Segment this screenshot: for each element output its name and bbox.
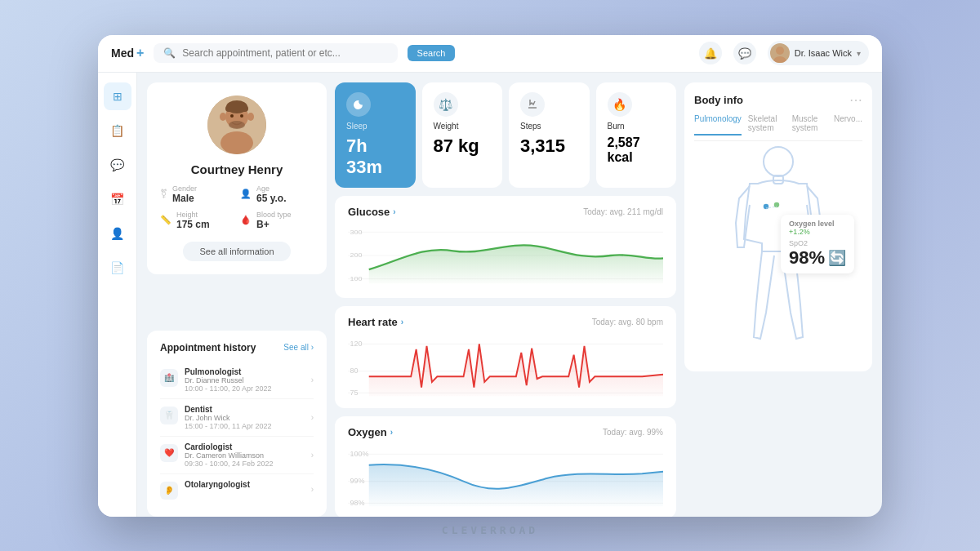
chevron-down-icon: ▾: [857, 49, 861, 58]
appointment-item: 👂 Otolaryngologist ›: [160, 474, 314, 505]
heart-rate-meta: Today: avg. 80 bpm: [592, 318, 663, 327]
heart-rate-card: Heart rate › Today: avg. 80 bpm 120: [335, 306, 676, 408]
spo2-value: 98%: [789, 247, 825, 269]
heart-rate-chart: 120 80 75: [348, 333, 663, 398]
oxygen-meta: Today: avg. 99%: [603, 428, 663, 437]
svg-point-6: [220, 131, 253, 154]
appointment-item: 🏥 Pulmonologist Dr. Dianne Russel 10:00 …: [160, 362, 314, 399]
age-label: Age: [256, 184, 286, 193]
appointment-arrow-icon[interactable]: ›: [311, 451, 314, 460]
search-button[interactable]: Search: [408, 45, 456, 61]
appointment-arrow-icon[interactable]: ›: [311, 413, 314, 422]
burn-icon: 🔥: [608, 92, 632, 117]
apt-specialty: Dentist: [185, 405, 305, 414]
sidebar-item-calendar[interactable]: 📅: [104, 185, 131, 213]
svg-point-10: [240, 114, 243, 118]
dentist-icon: 🦷: [160, 407, 178, 424]
user-name: Dr. Isaac Wick: [795, 48, 852, 58]
burn-card: 🔥 Burn 2,587 kcal: [596, 82, 677, 188]
blood-icon: 🩸: [240, 215, 252, 225]
gender-value: Male: [172, 193, 197, 204]
otolaryngologist-icon: 👂: [160, 482, 178, 500]
svg-point-0: [776, 47, 784, 55]
appointment-card: Appointment history See all › 🏥 Pulmonol…: [147, 331, 327, 517]
height-icon: 📏: [160, 215, 172, 225]
search-icon: 🔍: [163, 47, 176, 59]
appointment-arrow-icon[interactable]: ›: [311, 375, 314, 384]
age-value: 65 y.o.: [256, 193, 286, 204]
apt-specialty: Otolaryngologist: [185, 480, 305, 489]
svg-text:75: 75: [350, 388, 359, 396]
appointment-item: ❤️ Cardiologist Dr. Cameron Williamson 0…: [160, 437, 314, 474]
avatar: [207, 96, 266, 154]
tab-nervous[interactable]: Nervo...: [834, 114, 862, 136]
apt-doctor: Dr. Dianne Russel: [185, 376, 305, 384]
oxygen-level-label: Oxygen level: [789, 220, 846, 228]
patient-name: Courtney Henry: [191, 162, 283, 176]
appointment-arrow-icon[interactable]: ›: [311, 485, 314, 494]
body-info-card: Body info ⋯ Pulmonology Skeletal system …: [684, 82, 872, 371]
gender-label: Gender: [172, 184, 197, 193]
tab-pulmonology[interactable]: Pulmonology: [694, 114, 742, 136]
search-bar[interactable]: 🔍: [154, 43, 397, 63]
see-all-appointments-link[interactable]: See all ›: [283, 343, 314, 352]
height-value: 175 cm: [176, 219, 210, 230]
tab-muscle[interactable]: Muscle system: [792, 114, 827, 136]
notification-icon[interactable]: 🔔: [699, 42, 722, 64]
tab-skeletal[interactable]: Skeletal system: [748, 114, 786, 136]
svg-point-33: [773, 202, 780, 208]
apt-time: 15:00 - 17:00, 11 Apr 2022: [185, 422, 305, 430]
svg-text:80: 80: [350, 367, 359, 375]
svg-rect-8: [225, 105, 248, 112]
apt-info: Otolaryngologist: [185, 480, 305, 489]
svg-text:98%: 98%: [350, 498, 365, 506]
oxygen-title: Oxygen ›: [348, 426, 393, 438]
user-pill[interactable]: Dr. Isaac Wick ▾: [768, 41, 869, 65]
body-visual: Oxygen level +1.2% SpO2 98% 🔄: [694, 149, 862, 362]
appointment-history-title: Appointment history: [160, 342, 256, 353]
sidebar-item-patients[interactable]: 👤: [104, 220, 131, 247]
apt-time: 10:00 - 11:00, 20 Apr 2022: [185, 384, 305, 393]
search-input[interactable]: [182, 47, 387, 59]
app-logo: Med+: [111, 46, 144, 60]
glucose-title: Glucose ›: [348, 206, 396, 218]
oxygen-badge: Oxygen level +1.2% SpO2 98% 🔄: [781, 215, 854, 273]
steps-card: Steps 3,315: [509, 82, 590, 188]
sidebar-item-documents[interactable]: 📄: [104, 254, 131, 282]
blood-label: Blood type: [256, 211, 292, 219]
sleep-card: Sleep 7h 33m: [335, 82, 416, 188]
svg-point-4: [220, 113, 226, 121]
svg-point-5: [247, 113, 254, 121]
more-options-icon[interactable]: ⋯: [849, 92, 862, 108]
main-content: Courtney Henry ⚧ Gender Male: [137, 73, 882, 517]
age-icon: 👤: [240, 189, 252, 199]
sidebar-item-messages[interactable]: 💬: [104, 151, 131, 179]
oxygen-chart: 100% 99% 98%: [348, 443, 663, 509]
steps-label: Steps: [520, 122, 578, 131]
svg-text:99%: 99%: [350, 477, 365, 485]
svg-text:100: 100: [350, 274, 363, 282]
apt-info: Cardiologist Dr. Cameron Williamson 09:3…: [185, 442, 305, 468]
sleep-label: Sleep: [346, 122, 404, 131]
see-all-info-button[interactable]: See all information: [183, 242, 290, 261]
apt-specialty: Pulmonologist: [185, 367, 305, 376]
sidebar-item-records[interactable]: 📋: [104, 117, 131, 144]
weight-icon: ⚖️: [434, 92, 458, 117]
body-info-title: Body info: [694, 94, 743, 106]
branding: CLEVERROAD: [442, 524, 538, 536]
message-icon[interactable]: 💬: [733, 42, 756, 64]
burn-label: Burn: [608, 122, 666, 131]
weight-label: Weight: [434, 122, 492, 131]
burn-value: 2,587 kcal: [608, 136, 666, 165]
steps-icon: [520, 92, 545, 117]
sidebar-item-dashboard[interactable]: ⊞: [104, 82, 131, 110]
svg-point-11: [229, 121, 245, 129]
svg-point-1: [773, 56, 786, 63]
svg-text:300: 300: [350, 228, 363, 235]
apt-time: 09:30 - 10:00, 24 Feb 2022: [185, 460, 305, 468]
patient-card: Courtney Henry ⚧ Gender Male: [147, 82, 327, 274]
blood-value: B+: [256, 219, 292, 230]
heart-rate-title: Heart rate ›: [348, 316, 403, 328]
weight-value: 87 kg: [434, 136, 492, 157]
gender-icon: ⚧: [160, 189, 167, 199]
